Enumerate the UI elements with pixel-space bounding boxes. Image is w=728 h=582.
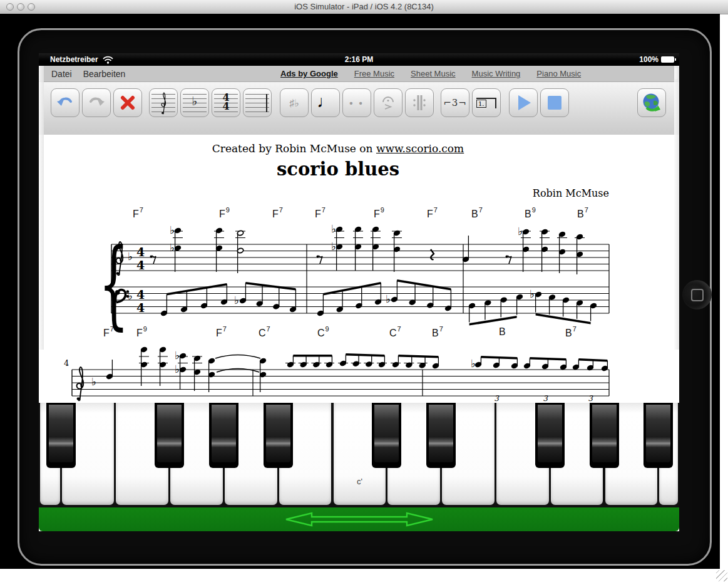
undo-button[interactable] [51,88,79,117]
black-key-face [157,405,182,462]
piano-key-black[interactable] [643,403,673,468]
piano-key-black[interactable] [46,403,76,468]
link-piano-music[interactable]: Piano Music [536,69,581,78]
chord-symbol: B7 [471,207,482,220]
piano-keyboard: c' [39,403,679,507]
svg-text:♭: ♭ [331,222,336,235]
sync-button[interactable] [637,88,666,117]
battery-icon [661,56,674,63]
play-icon [518,95,531,110]
sharp-flat-icon: ♯♭ [289,97,299,109]
treble-clef-icon [158,91,168,115]
piano-key-black[interactable] [209,403,238,468]
play-button[interactable] [509,88,538,117]
piano-key-black[interactable] [264,403,293,468]
left-edge-scroll-strip [39,66,44,350]
time-signature-icon: 44 [222,93,229,111]
flat-icon: ♭ [192,98,198,105]
svg-text:♭: ♭ [175,349,180,361]
menu-item-bearbeiten[interactable]: Bearbeiten [83,69,126,79]
credit-line: Created by Robin McMuse on www.scorio.co… [39,142,637,155]
score-title: scorio blues [39,158,637,180]
chord-symbol: B9 [525,207,535,220]
black-key-face [592,405,617,462]
scroll-arrows-icon [283,511,436,527]
volta-button[interactable]: 1. [472,88,501,117]
articulation-button[interactable] [374,88,402,117]
menu-item-datei[interactable]: Datei [51,69,72,79]
link-music-writing[interactable]: Music Writing [472,69,521,78]
home-button[interactable] [682,280,712,309]
link-ads-by-google[interactable]: Ads by Google [280,69,338,78]
black-key-face [538,405,562,462]
credit-text: Created by Robin McMuse on [212,142,376,155]
link-sheet-music[interactable]: Sheet Music [411,69,456,78]
black-key-face [266,405,290,462]
triplet-button[interactable]: ⌐3¬ [441,88,469,117]
stop-button[interactable] [540,88,569,117]
chord-symbol: B7 [577,207,588,220]
link-free-music[interactable]: Free Music [354,69,394,78]
stop-icon [548,96,561,110]
scorio-link[interactable]: www.scorio.com [376,142,464,155]
composer-name: Robin McMuse [39,187,609,199]
chord-symbol: F7 [272,207,282,220]
piano-key-black[interactable] [372,403,401,468]
svg-text:♭: ♭ [331,240,336,252]
chord-symbol: F9 [219,207,229,220]
svg-text:4: 4 [136,301,145,314]
status-bar: Netzbetreiber 2:16 PM 100% [39,53,679,66]
music-system: ♭4♭♭♭333 [63,357,651,403]
note-button[interactable]: ♩ [311,88,340,117]
piano-key-black[interactable] [590,403,619,468]
svg-text:♭: ♭ [530,288,535,300]
ipad-screen: Netzbetreiber 2:16 PM 100% Datei [39,53,679,531]
piano-key-black[interactable] [155,403,184,468]
piano-key-black[interactable] [426,403,456,468]
ad-links: Ads by Google Free Music Sheet Music Mus… [280,69,581,78]
chord-symbol: F7 [315,207,325,220]
chord-symbol: F7 [133,207,143,220]
black-key-face [646,405,670,462]
delete-x-icon [120,95,135,110]
svg-text:♭: ♭ [386,293,391,305]
svg-text:♭: ♭ [170,224,175,236]
redo-icon [88,96,105,110]
globe-icon [641,92,662,113]
first-ending-icon: 1. [476,98,496,108]
delete-button[interactable] [113,88,142,117]
music-system: ♭44♭44{♭♭♭♭♭♭♭♭ [101,238,652,332]
svg-text:♭: ♭ [518,225,523,237]
battery-percent: 100% [639,55,659,64]
key-signature-button[interactable]: ♭ [180,88,209,117]
window-title: iOS Simulator - iPad / iOS 4.2 (8C134) [0,2,728,11]
desktop: iOS Simulator - iPad / iOS 4.2 (8C134) N… [0,0,728,582]
svg-text:{: { [99,228,129,340]
svg-text:3: 3 [588,394,593,403]
repeat-button[interactable] [405,88,434,117]
keyboard-scroll-bar[interactable] [39,507,679,531]
ipad-bezel: Netzbetreiber 2:16 PM 100% Datei [18,28,712,566]
quarter-note-icon: ♩ [317,92,334,112]
black-key-face [49,405,73,462]
svg-text:♭: ♭ [471,357,476,370]
piano-key-black[interactable] [535,403,565,468]
home-button-icon [691,289,704,301]
redo-button[interactable] [82,88,111,117]
black-key-face [212,405,236,462]
svg-text:♭: ♭ [170,241,175,254]
barline-button[interactable] [243,88,272,117]
dots-button[interactable]: • • [342,88,371,117]
clef-button[interactable] [149,88,178,117]
black-key-face [374,405,399,462]
undo-icon [56,96,74,110]
time-signature-button[interactable]: 44 [212,88,240,117]
svg-text:4: 4 [136,245,145,259]
chord-row: F7F9F7F7F9F7B7B9B7 [39,207,679,224]
resize-grip[interactable] [716,570,727,581]
svg-text:4: 4 [64,358,69,368]
accidental-button[interactable]: ♯♭ [280,88,309,117]
svg-text:3: 3 [543,394,548,403]
svg-text:4: 4 [136,258,145,272]
menu-bar: Datei Bearbeiten Ads by Google Free Musi… [39,66,679,82]
